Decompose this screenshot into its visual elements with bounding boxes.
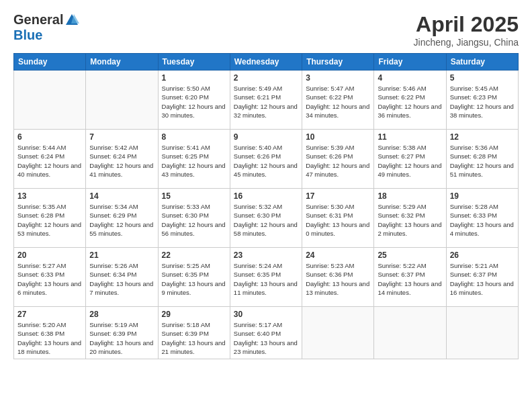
sunset-text: Sunset: 6:32 PM (378, 211, 442, 220)
sunrise-text: Sunrise: 5:42 AM (89, 143, 154, 152)
day-header-monday: Monday (86, 54, 158, 71)
sunrise-text: Sunrise: 5:24 AM (234, 261, 298, 270)
logo-icon (64, 13, 79, 28)
logo: General Blue (13, 12, 79, 43)
sunrise-text: Sunrise: 5:30 AM (306, 202, 370, 211)
day-number: 30 (234, 310, 298, 319)
day-number: 27 (17, 310, 82, 319)
day-number: 9 (234, 132, 298, 142)
daylight-text: Daylight: 13 hours and 11 minutes. (234, 279, 298, 298)
calendar-cell: 15Sunrise: 5:33 AMSunset: 6:30 PMDayligh… (158, 189, 230, 248)
sunset-text: Sunset: 6:36 PM (306, 270, 370, 279)
daylight-text: Daylight: 12 hours and 45 minutes. (234, 161, 298, 179)
sunset-text: Sunset: 6:23 PM (450, 93, 515, 101)
calendar-cell: 30Sunrise: 5:17 AMSunset: 6:40 PMDayligh… (230, 307, 302, 359)
calendar-cell: 4Sunrise: 5:46 AMSunset: 6:22 PMDaylight… (374, 71, 446, 130)
sunset-text: Sunset: 6:33 PM (17, 270, 82, 279)
calendar-cell (374, 307, 446, 359)
sunrise-text: Sunrise: 5:50 AM (162, 84, 226, 93)
daylight-text: Daylight: 12 hours and 40 minutes. (17, 161, 82, 179)
calendar-cell: 25Sunrise: 5:22 AMSunset: 6:37 PMDayligh… (374, 248, 446, 307)
sunrise-text: Sunrise: 5:35 AM (17, 202, 82, 211)
sunrise-text: Sunrise: 5:17 AM (234, 320, 298, 329)
sunrise-text: Sunrise: 5:49 AM (234, 84, 298, 93)
day-header-thursday: Thursday (302, 54, 374, 71)
sunrise-text: Sunrise: 5:41 AM (162, 143, 226, 152)
sunset-text: Sunset: 6:20 PM (162, 93, 226, 101)
daylight-text: Daylight: 12 hours and 55 minutes. (89, 220, 154, 238)
calendar-cell (446, 307, 518, 359)
sunset-text: Sunset: 6:37 PM (378, 270, 442, 279)
logo-blue: Blue (13, 28, 42, 43)
calendar-cell: 23Sunrise: 5:24 AMSunset: 6:35 PMDayligh… (230, 248, 302, 307)
sunrise-text: Sunrise: 5:18 AM (162, 320, 226, 329)
calendar-cell (86, 71, 158, 130)
daylight-text: Daylight: 13 hours and 2 minutes. (378, 220, 442, 238)
week-row-4: 20Sunrise: 5:27 AMSunset: 6:33 PMDayligh… (14, 248, 519, 307)
daylight-text: Daylight: 12 hours and 58 minutes. (234, 220, 298, 238)
sunrise-text: Sunrise: 5:39 AM (306, 143, 370, 152)
day-number: 1 (162, 73, 226, 83)
sunrise-text: Sunrise: 5:19 AM (89, 320, 154, 329)
day-number: 4 (378, 73, 442, 83)
calendar-cell: 17Sunrise: 5:30 AMSunset: 6:31 PMDayligh… (302, 189, 374, 248)
day-header-friday: Friday (374, 54, 446, 71)
sunset-text: Sunset: 6:21 PM (234, 93, 298, 101)
sunrise-text: Sunrise: 5:44 AM (17, 143, 82, 152)
daylight-text: Daylight: 13 hours and 14 minutes. (378, 279, 442, 298)
day-number: 11 (378, 132, 442, 142)
calendar-cell: 16Sunrise: 5:32 AMSunset: 6:30 PMDayligh… (230, 189, 302, 248)
sunset-text: Sunset: 6:30 PM (234, 211, 298, 220)
sunset-text: Sunset: 6:26 PM (234, 152, 298, 161)
day-number: 21 (89, 250, 154, 260)
calendar-cell: 29Sunrise: 5:18 AMSunset: 6:39 PMDayligh… (158, 307, 230, 359)
day-number: 12 (450, 132, 515, 142)
day-number: 5 (450, 73, 515, 83)
day-number: 20 (17, 250, 82, 260)
daylight-text: Daylight: 12 hours and 41 minutes. (89, 161, 154, 179)
calendar-cell: 8Sunrise: 5:41 AMSunset: 6:25 PMDaylight… (158, 130, 230, 189)
daylight-text: Daylight: 13 hours and 16 minutes. (450, 279, 515, 298)
day-header-wednesday: Wednesday (230, 54, 302, 71)
header-row: SundayMondayTuesdayWednesdayThursdayFrid… (14, 54, 519, 71)
logo-general: General (13, 12, 63, 28)
calendar-cell (302, 307, 374, 359)
calendar-cell: 26Sunrise: 5:21 AMSunset: 6:37 PMDayligh… (446, 248, 518, 307)
day-number: 13 (17, 191, 82, 201)
daylight-text: Daylight: 13 hours and 18 minutes. (17, 338, 82, 357)
sunset-text: Sunset: 6:38 PM (17, 329, 82, 338)
calendar-cell: 19Sunrise: 5:28 AMSunset: 6:33 PMDayligh… (446, 189, 518, 248)
sunset-text: Sunset: 6:37 PM (450, 270, 515, 279)
sunrise-text: Sunrise: 5:28 AM (450, 202, 515, 211)
week-row-1: 1Sunrise: 5:50 AMSunset: 6:20 PMDaylight… (14, 71, 519, 130)
sunrise-text: Sunrise: 5:22 AM (378, 261, 442, 270)
sunset-text: Sunset: 6:39 PM (162, 329, 226, 338)
calendar-cell: 21Sunrise: 5:26 AMSunset: 6:34 PMDayligh… (86, 248, 158, 307)
calendar-cell: 12Sunrise: 5:36 AMSunset: 6:28 PMDayligh… (446, 130, 518, 189)
sunrise-text: Sunrise: 5:25 AM (162, 261, 226, 270)
calendar-cell: 5Sunrise: 5:45 AMSunset: 6:23 PMDaylight… (446, 71, 518, 130)
day-number: 15 (162, 191, 226, 201)
calendar-cell: 1Sunrise: 5:50 AMSunset: 6:20 PMDaylight… (158, 71, 230, 130)
day-header-saturday: Saturday (446, 54, 518, 71)
location-subtitle: Jincheng, Jiangsu, China (414, 37, 519, 48)
week-row-2: 6Sunrise: 5:44 AMSunset: 6:24 PMDaylight… (14, 130, 519, 189)
day-number: 25 (378, 250, 442, 260)
daylight-text: Daylight: 12 hours and 53 minutes. (17, 220, 82, 238)
day-number: 7 (89, 132, 154, 142)
day-number: 19 (450, 191, 515, 201)
sunrise-text: Sunrise: 5:46 AM (378, 84, 442, 93)
sunrise-text: Sunrise: 5:21 AM (450, 261, 515, 270)
sunset-text: Sunset: 6:33 PM (450, 211, 515, 220)
calendar-cell (14, 71, 86, 130)
sunrise-text: Sunrise: 5:33 AM (162, 202, 226, 211)
daylight-text: Daylight: 13 hours and 13 minutes. (306, 279, 370, 298)
daylight-text: Daylight: 12 hours and 43 minutes. (162, 161, 226, 179)
sunrise-text: Sunrise: 5:38 AM (378, 143, 442, 152)
daylight-text: Daylight: 12 hours and 34 minutes. (306, 102, 370, 120)
sunset-text: Sunset: 6:31 PM (306, 211, 370, 220)
week-row-3: 13Sunrise: 5:35 AMSunset: 6:28 PMDayligh… (14, 189, 519, 248)
sunset-text: Sunset: 6:26 PM (306, 152, 370, 161)
day-number: 16 (234, 191, 298, 201)
day-number: 24 (306, 250, 370, 260)
